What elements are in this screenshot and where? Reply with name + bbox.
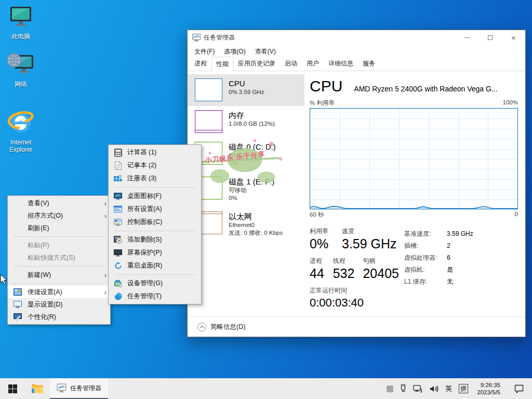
- desktop-icon-network[interactable]: 网络: [1, 51, 41, 88]
- start-button[interactable]: [0, 378, 25, 399]
- submenu-item-notepad[interactable]: 记事本 (2): [109, 159, 201, 172]
- desktop-icon-internet-explorer[interactable]: Internet Explorer: [1, 109, 41, 153]
- menu-item-personalize[interactable]: 个性化(R): [8, 311, 110, 323]
- personalize-icon: [14, 313, 22, 321]
- desktop-icon-label: 网络: [1, 81, 41, 88]
- mouse-cursor: [0, 274, 8, 285]
- control-panel-icon: [114, 219, 122, 226]
- menu-separator: [13, 236, 105, 237]
- device-manager-icon: [114, 280, 122, 287]
- title-bar[interactable]: 任务管理器 ×: [188, 30, 525, 45]
- taskbar-clock[interactable]: 9:26:35 2023/5/5: [475, 381, 502, 396]
- submenu-item-registry[interactable]: 注册表 (3): [109, 172, 201, 185]
- submenu-item-all-settings[interactable]: 所有设置(A): [109, 203, 201, 216]
- fewer-details-button[interactable]: 简略信息(D): [188, 316, 525, 337]
- submenu-item-desktop-icons[interactable]: 桌面图标(F): [109, 190, 201, 203]
- cpu-model-name: AMD Ryzen 5 2400G with Radeon Vega G...: [354, 85, 497, 93]
- menu-separator: [114, 187, 196, 188]
- desktop-icon-label: Internet Explorer: [1, 139, 41, 153]
- tab-startup[interactable]: 启动: [280, 57, 302, 71]
- menu-item-paste-shortcut[interactable]: 粘贴快捷方式(S): [8, 251, 110, 264]
- sidebar-item-sub: 1.0/8.0 GB (12%): [229, 120, 275, 128]
- taskbar-empty-area[interactable]: [108, 378, 387, 399]
- network-icon: [6, 51, 35, 77]
- display-settings-icon: [14, 301, 22, 308]
- speed-value: 3.59 GHz: [342, 236, 397, 251]
- submenu-item-calculator[interactable]: 计算器 (1): [109, 146, 201, 159]
- sidebar-item-disk1[interactable]: 磁盘 1 (E: F:) 可移动 0%: [188, 172, 304, 207]
- sidebar-item-sub: Ethernet0: [229, 221, 283, 229]
- tray-app-icon[interactable]: [387, 385, 393, 392]
- chevron-up-icon: [197, 323, 206, 331]
- sidebar-item-title: 内存: [229, 110, 275, 120]
- desktop-context-menu: 查看(V)› 排序方式(O)› 刷新(E) 粘贴(P) 粘贴快捷方式(S) 新建…: [7, 195, 111, 325]
- taskbar-button-task-manager[interactable]: 任务管理器: [50, 378, 108, 399]
- cpu-details: 基准速度:3.59 GHz 插槽:2 虚拟处理器:6 虚拟机:是 L1 缓存:无: [404, 227, 473, 311]
- tab-app-history[interactable]: 应用历史记录: [233, 57, 280, 71]
- usage-value: 0%: [310, 236, 342, 251]
- registry-icon: [114, 175, 122, 183]
- usb-safely-remove-icon[interactable]: [400, 384, 406, 393]
- screensaver-icon: [114, 249, 122, 257]
- sidebar-item-ethernet[interactable]: 以太网 Ethernet0 发送: 0 接收: 0 Kbps: [188, 207, 304, 242]
- chart-ylabel: % 利用率: [310, 99, 335, 107]
- l1-cache-label: L1 缓存:: [404, 276, 447, 288]
- handles-value: 20405: [363, 265, 399, 281]
- windows-logo-icon: [8, 384, 17, 393]
- sidebar-item-title: 以太网: [229, 211, 283, 221]
- base-speed-value: 3.59 GHz: [447, 228, 473, 240]
- menu-item-sort-by[interactable]: 排序方式(O)›: [8, 209, 110, 222]
- menu-item-refresh[interactable]: 刷新(E): [8, 222, 110, 234]
- submenu-arrow-icon: ›: [104, 271, 107, 279]
- menu-file[interactable]: 文件(F): [190, 45, 219, 58]
- menu-separator: [13, 283, 105, 284]
- menu-item-quick-settings[interactable]: 便捷设置(A)›: [8, 286, 110, 298]
- processes-label: 进程: [310, 257, 333, 265]
- l1-cache-value: 无: [447, 276, 453, 288]
- menu-item-display-settings[interactable]: 显示设置(D): [8, 298, 110, 311]
- tab-users[interactable]: 用户: [302, 57, 324, 71]
- file-explorer-icon: [31, 383, 44, 394]
- menu-item-new[interactable]: 新建(W)›: [8, 269, 110, 281]
- memory-usage-line: [195, 130, 222, 130]
- submenu-item-add-remove[interactable]: 添加删除(S): [109, 233, 201, 246]
- task-manager-menu-icon: [114, 292, 122, 300]
- sidebar-item-memory[interactable]: 内存 1.0/8.0 GB (12%): [188, 106, 304, 138]
- network-tray-icon[interactable]: [413, 385, 423, 393]
- base-speed-label: 基准速度:: [404, 228, 447, 240]
- submenu-item-restart-desktop[interactable]: 重启桌面(R): [109, 259, 201, 272]
- close-icon: ×: [511, 33, 516, 42]
- ime-language-indicator[interactable]: 英: [445, 384, 452, 393]
- close-button[interactable]: ×: [502, 30, 525, 45]
- tab-details[interactable]: 详细信息: [324, 57, 358, 71]
- tab-performance[interactable]: 性能: [211, 57, 233, 71]
- menu-options[interactable]: 选项(O): [219, 45, 250, 58]
- maximize-button[interactable]: [478, 30, 502, 45]
- submenu-item-task-manager[interactable]: 任务管理(T): [109, 290, 201, 303]
- notepad-icon: [115, 162, 122, 170]
- volume-icon[interactable]: [430, 385, 438, 393]
- sidebar-item-sub2: 0%: [229, 194, 274, 202]
- desktop-icon-this-pc[interactable]: 此电脑: [1, 5, 41, 40]
- sidebar-item-disk0[interactable]: 磁盘 0 (C: D:) SSD 0%: [188, 138, 304, 172]
- tab-services[interactable]: 服务: [358, 57, 380, 71]
- sidebar-item-sub: SSD: [229, 152, 276, 159]
- sockets-label: 插槽:: [404, 240, 447, 252]
- ime-mode-indicator[interactable]: 拼: [459, 384, 468, 393]
- menu-item-paste[interactable]: 粘贴(P): [8, 239, 110, 251]
- menu-item-view[interactable]: 查看(V)›: [8, 197, 110, 209]
- tab-processes[interactable]: 进程: [190, 57, 211, 71]
- minimize-button[interactable]: [455, 30, 478, 45]
- menu-view[interactable]: 查看(V): [250, 45, 281, 58]
- submenu-item-device-manager[interactable]: 设备管理(G): [109, 277, 201, 290]
- cpu-mini-graph: [195, 78, 222, 101]
- submenu-item-control-panel[interactable]: 控制面板(C): [109, 216, 201, 229]
- action-center-button[interactable]: [509, 384, 529, 393]
- maximize-icon: [488, 35, 493, 40]
- cpu-chart-svg: [310, 109, 517, 209]
- taskbar-button-label: 任务管理器: [70, 384, 101, 393]
- sidebar-item-cpu[interactable]: CPU 0% 3.59 GHz: [188, 74, 304, 106]
- sidebar-item-title: 磁盘 0 (C: D:): [229, 142, 276, 152]
- file-explorer-button[interactable]: [25, 378, 50, 399]
- submenu-item-screensaver[interactable]: 屏幕保护(P): [109, 246, 201, 259]
